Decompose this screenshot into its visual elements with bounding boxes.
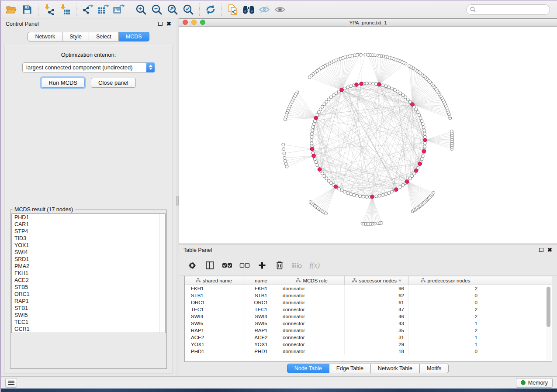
cell-successor-nodes[interactable]: 47 — [345, 306, 409, 313]
cell-predecessor-nodes[interactable]: 1 — [409, 334, 482, 341]
column-panel-button[interactable] — [203, 259, 216, 272]
mcds-result-item[interactable]: TID3 — [12, 235, 165, 242]
network-leaf-node[interactable] — [284, 162, 287, 165]
network-node[interactable] — [349, 193, 352, 196]
network-node[interactable] — [311, 126, 315, 129]
network-node[interactable] — [381, 193, 384, 196]
add-column-button[interactable] — [256, 259, 269, 272]
cell-successor-nodes[interactable]: 43 — [345, 320, 409, 327]
zoom-fit-button[interactable] — [165, 3, 180, 17]
column-header-successor-nodes[interactable]: successor nodes˅ — [345, 276, 409, 285]
vertical-splitter[interactable] — [176, 18, 179, 376]
network-dominator-node[interactable] — [355, 83, 359, 87]
table-row[interactable]: SWI5SWI5connector431 — [185, 320, 552, 327]
cell-shared-name[interactable]: TEC1 — [185, 306, 243, 313]
network-dominator-node[interactable] — [394, 188, 398, 192]
network-node[interactable] — [421, 155, 424, 158]
network-node[interactable] — [420, 120, 423, 123]
delete-column-button[interactable] — [273, 259, 286, 272]
export-network-button[interactable] — [80, 3, 95, 17]
cell-predecessor-nodes[interactable]: 2 — [409, 306, 482, 313]
close-panel-icon[interactable]: ✖ — [166, 22, 171, 26]
network-graph[interactable] — [179, 27, 557, 244]
cell-name[interactable]: STB1 — [243, 292, 279, 299]
mcds-result-item[interactable]: ORC1 — [12, 291, 165, 298]
network-leaf-node[interactable] — [450, 130, 453, 133]
network-leaf-node[interactable] — [432, 191, 435, 194]
cell-name[interactable]: YOX1 — [243, 341, 279, 348]
column-header-predecessor-nodes[interactable]: predecessor nodes — [409, 276, 482, 285]
mcds-result-item[interactable]: YOX1 — [12, 242, 165, 249]
mcds-result-list[interactable]: PHD1CAR1STP4TID3YOX1SWI4SRD1PMA2FKH1ACE2… — [11, 213, 166, 333]
network-leaf-node[interactable] — [284, 118, 287, 121]
cell-predecessor-nodes[interactable]: 2 — [409, 313, 482, 320]
network-node[interactable] — [317, 111, 320, 114]
close-panel-button[interactable]: Close panel — [91, 78, 136, 88]
network-leaf-node[interactable] — [283, 152, 286, 155]
mcds-result-item[interactable]: STB1 — [12, 305, 165, 312]
network-leaf-node[interactable] — [308, 76, 311, 79]
cell-MCDS-role[interactable]: dominator — [279, 313, 345, 320]
show-task-history-button[interactable] — [5, 378, 17, 388]
cell-successor-nodes[interactable]: 29 — [345, 341, 409, 348]
tab-style[interactable]: Style — [62, 32, 89, 41]
cell-name[interactable]: ACE2 — [243, 334, 279, 341]
float-table-panel-icon[interactable] — [539, 248, 543, 252]
mcds-result-item[interactable]: GCR1 — [12, 326, 165, 333]
cell-successor-nodes[interactable]: 62 — [345, 292, 409, 299]
network-node[interactable] — [321, 172, 324, 175]
network-node[interactable] — [421, 123, 424, 126]
cell-shared-name[interactable]: PHD1 — [185, 348, 243, 355]
tab-select[interactable]: Select — [89, 32, 119, 41]
network-node[interactable] — [365, 195, 368, 198]
cell-successor-nodes[interactable]: 18 — [345, 348, 409, 355]
import-table-button[interactable] — [57, 3, 73, 17]
network-node[interactable] — [335, 92, 338, 95]
cell-shared-name[interactable]: SWI4 — [185, 313, 243, 320]
zoom-selected-button[interactable] — [180, 3, 196, 17]
cell-MCDS-role[interactable]: dominator — [279, 292, 345, 299]
table-scrollbar-thumb[interactable] — [547, 287, 550, 327]
cell-shared-name[interactable]: RAP1 — [185, 327, 243, 334]
table-row[interactable]: YOX1YOX1connector291 — [185, 341, 552, 348]
tab-network[interactable]: Network — [28, 32, 62, 41]
network-leaf-node[interactable] — [359, 53, 362, 56]
network-node[interactable] — [337, 187, 340, 190]
cell-name[interactable]: FKH1 — [243, 285, 279, 292]
network-dominator-node[interactable] — [334, 185, 338, 189]
cell-MCDS-role[interactable]: dominator — [279, 285, 345, 292]
network-dominator-node[interactable] — [318, 168, 322, 172]
delete-table-button[interactable] — [291, 259, 304, 272]
network-node[interactable] — [310, 135, 313, 138]
network-node[interactable] — [419, 117, 422, 120]
network-node[interactable] — [310, 132, 313, 135]
network-leaf-node[interactable] — [284, 159, 287, 162]
mcds-result-item[interactable]: ACE2 — [12, 277, 165, 284]
network-node[interactable] — [319, 108, 322, 111]
network-node[interactable] — [316, 164, 319, 167]
zoom-out-button[interactable] — [149, 3, 165, 17]
tab-edge-table[interactable]: Edge Table — [329, 364, 371, 373]
cell-name[interactable]: PHD1 — [243, 348, 279, 355]
network-node[interactable] — [340, 189, 343, 192]
cell-name[interactable]: SWI5 — [243, 320, 279, 327]
table-row[interactable]: ACE2ACE2connector311 — [185, 334, 552, 341]
network-node[interactable] — [312, 123, 315, 126]
birdseye-view-button[interactable] — [241, 3, 256, 17]
mcds-result-item[interactable]: CAR1 — [12, 221, 165, 228]
network-leaf-node[interactable] — [364, 53, 367, 56]
network-dominator-node[interactable] — [405, 180, 409, 184]
network-node[interactable] — [423, 142, 426, 145]
network-dominator-node[interactable] — [377, 83, 381, 86]
table-row[interactable]: SWI4SWI4dominator462 — [185, 313, 552, 320]
cell-shared-name[interactable]: STB1 — [185, 292, 243, 299]
cell-name[interactable]: TEC1 — [243, 306, 279, 313]
table-row[interactable]: ORC1ORC1dominator610 — [185, 299, 552, 306]
mcds-result-item[interactable]: SWI5 — [12, 312, 165, 319]
mcds-result-item[interactable]: FKH1 — [12, 270, 165, 277]
mcds-result-item[interactable]: SRD1 — [12, 256, 165, 263]
splitter-grip[interactable] — [176, 196, 179, 206]
column-header-name[interactable]: name — [243, 276, 279, 285]
network-leaf-node[interactable] — [367, 54, 370, 57]
cell-predecessor-nodes[interactable]: 0 — [409, 348, 482, 355]
